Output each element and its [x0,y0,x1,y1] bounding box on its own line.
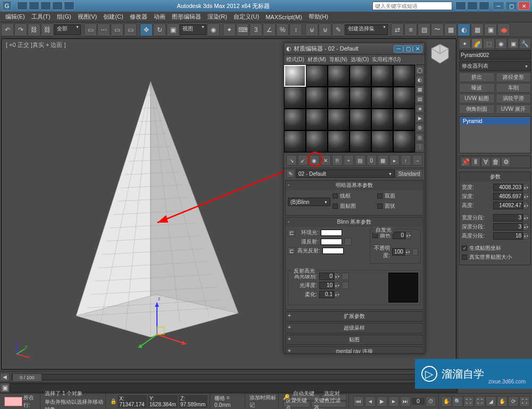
layers-icon[interactable]: ▤ [418,23,430,36]
preview-icon[interactable]: ▶ [415,114,424,122]
selection-filter[interactable]: 全部 [54,24,81,35]
material-slot[interactable] [284,130,306,152]
material-slot[interactable] [306,65,328,87]
menu-maxscript[interactable]: MAXScript(M) [262,13,305,21]
material-slot[interactable] [306,109,328,130]
specular-swatch[interactable] [322,248,344,254]
qat-undo-icon[interactable] [52,2,63,10]
configure-icon[interactable]: ⚙ [501,157,511,167]
spinner-arrows-icon[interactable]: ▲▼ [523,184,528,191]
pyramid-object[interactable]: z [44,71,268,348]
me-minimize-button[interactable]: ─ [394,45,403,53]
orbit-icon[interactable]: ⟳ [508,396,519,407]
options-icon[interactable]: ⚙ [415,124,424,132]
snap-icon[interactable]: 3 [250,23,262,36]
me-menu-material[interactable]: 材质(M) [307,56,326,63]
sample-type-icon[interactable]: ◯ [415,66,424,75]
gloss-map-icon[interactable] [342,282,349,289]
keyfilter-button[interactable]: 关键点过滤器... [311,401,346,407]
utilities-tab-icon[interactable]: 🔧 [519,38,531,49]
keyboard-icon[interactable]: ⌨ [236,23,249,36]
addtime-label[interactable]: 添加时间标记 [250,394,277,409]
material-slot[interactable] [328,65,350,87]
show-result-icon[interactable]: ▸ [389,155,400,166]
named-selection[interactable]: 创建选择集 [345,24,388,35]
qat-save-icon[interactable] [40,2,51,10]
render-frame-icon[interactable]: ▣ [484,23,497,36]
material-slot[interactable] [284,87,306,109]
menu-view[interactable]: 视图(V) [74,12,101,22]
material-slot[interactable] [328,130,350,152]
me-menu-utils[interactable]: 实用程序(U) [372,56,401,63]
pivot-icon[interactable]: ◉ [207,23,220,36]
ambient-swatch[interactable] [321,230,342,236]
favorites-icon[interactable] [479,2,489,10]
me-menu-options[interactable]: 选项(O) [351,56,369,63]
slots-3x2-icon[interactable]: ⋮ [415,143,424,151]
select-region-icon[interactable]: ▭ [111,23,123,36]
viewcube[interactable] [427,41,453,67]
put-library-icon[interactable]: ▤ [355,155,365,166]
object-name-field[interactable] [459,50,531,60]
modifier-list-dropdown[interactable]: 修改器列表▼ [459,61,531,71]
params-rollout-header[interactable]: 参数 [460,172,530,182]
menu-edit[interactable]: 编辑(E) [2,12,28,22]
material-slot[interactable] [306,87,328,109]
mentalray-rollout-header[interactable]: mental ray 连接 [286,347,423,353]
material-slot[interactable] [350,109,371,130]
hseg-field[interactable]: 18 [493,232,523,240]
material-editor-window[interactable]: ◐材质编辑器 - 02 - Default ─ ▢ ✕ 模式(D) 材质(M) … [284,43,425,354]
schematic-icon[interactable]: ▦ [444,23,457,36]
current-frame[interactable]: 0 [412,398,425,405]
motion-tab-icon[interactable]: ◉ [495,38,507,49]
spinner-arrows-icon[interactable]: ▲▼ [523,202,528,209]
menu-grapheditors[interactable]: 图形编辑器 [169,12,204,22]
pick-icon[interactable]: ✎ [286,169,295,178]
help-search-input[interactable] [372,2,452,10]
backlight-icon[interactable]: ◐ [415,76,424,84]
depth-field[interactable]: 4805.697 [493,193,523,200]
time-slider-thumb[interactable]: 0 / 100 [12,373,42,382]
put-to-scene-icon[interactable]: ↙ [298,155,309,166]
viewport-label[interactable]: [ +0 正交 ]真实 + 边面 ] [6,41,65,49]
next-frame-icon[interactable]: ► [388,396,399,407]
material-slot[interactable] [393,130,415,152]
spinner-arrows-icon[interactable]: ▲▼ [334,273,339,280]
fov-icon[interactable]: ◢ [486,396,496,407]
link-icon[interactable]: ⛓ [28,23,40,36]
make-unique-icon[interactable]: ⚬ [344,155,354,166]
assign-material-icon[interactable]: ◉ [309,155,320,166]
height-field[interactable]: 14092.47 [493,202,523,209]
magnet2-icon[interactable]: ⊍ [319,23,331,36]
twosided-checkbox[interactable] [377,193,383,199]
material-slot[interactable] [328,109,350,130]
show-end-icon[interactable]: Ⅱ [471,157,480,167]
display-tab-icon[interactable]: ▣ [508,38,519,49]
opacity-value[interactable]: 100 [392,248,405,256]
soften-value[interactable]: 0.1 [319,291,334,298]
diffuse-swatch[interactable] [321,239,342,245]
scale-icon[interactable]: ▣ [167,23,179,36]
opacity-map-icon[interactable] [412,248,418,256]
select-by-mat-icon[interactable]: ◎ [415,133,424,142]
spinner-arrows-icon[interactable]: ▲▼ [523,232,528,240]
curve-editor-icon[interactable]: 〜 [431,23,444,36]
spinner-arrows-icon[interactable]: ▲▼ [334,282,339,289]
menu-render[interactable]: 渲染(R) [204,12,230,22]
menu-customize[interactable]: 自定义(U) [230,12,262,22]
go-forward-icon[interactable]: → [412,155,423,166]
magnet-icon[interactable]: ⊍ [305,23,318,36]
mirror-icon[interactable]: ⇄ [391,23,404,36]
spinner-arrows-icon[interactable]: ▲▼ [334,291,339,298]
render-setup-icon[interactable]: ▦ [471,23,484,36]
menu-help[interactable]: 帮助(H) [305,12,331,22]
me-maximize-button[interactable]: ▢ [403,45,413,53]
trackbar-toggle-icon[interactable]: ▣ [0,383,10,392]
ext-rollout-header[interactable]: 扩展参数 [286,312,423,321]
select-icon[interactable]: ▭ [84,23,97,36]
menu-modifiers[interactable]: 修改器 [127,12,151,22]
blinn-rollout-header[interactable]: Blinn 基本参数 [286,217,423,227]
pin-stack-icon[interactable]: 📌 [461,157,470,167]
material-slot[interactable] [350,65,371,87]
time-slider[interactable]: ◄ 0 / 100 ► [0,371,458,382]
